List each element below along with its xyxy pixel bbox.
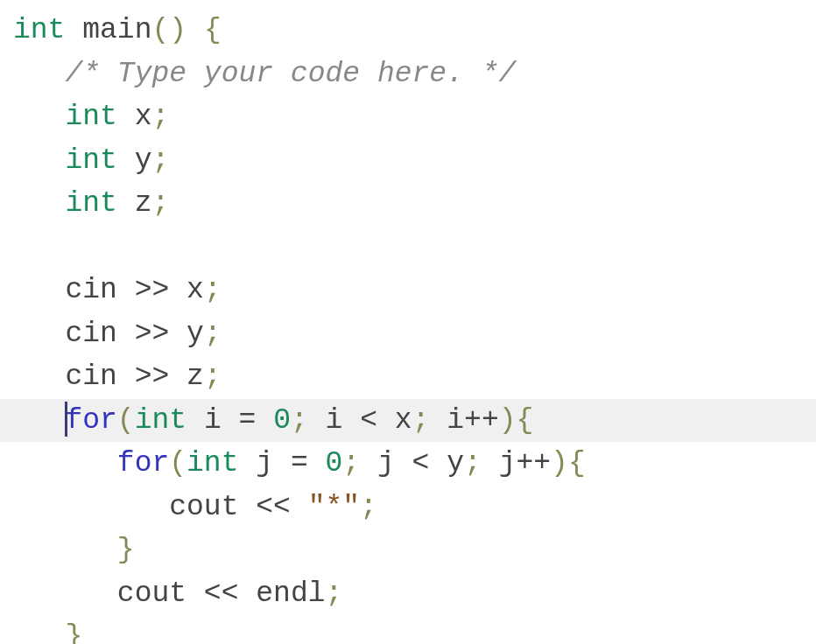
semicolon: ; — [204, 318, 222, 350]
semicolon: ; — [360, 491, 377, 523]
variable-j: j — [256, 447, 273, 480]
space — [429, 447, 447, 480]
equals: = — [239, 404, 257, 437]
keyword-int: int — [135, 404, 186, 437]
less-than: < — [412, 447, 430, 480]
space — [169, 318, 186, 350]
code-line-13[interactable]: } — [13, 528, 803, 572]
code-line-14[interactable]: cout << endl; — [13, 572, 803, 616]
variable-z: z — [135, 187, 152, 220]
variable-i: i — [204, 404, 222, 437]
variable-x: x — [395, 404, 412, 437]
space — [186, 578, 204, 610]
space — [308, 404, 326, 437]
close-brace: } — [117, 534, 135, 566]
space — [377, 404, 395, 437]
space — [308, 447, 326, 480]
code-line-11[interactable]: for(int j = 0; j < y; j++){ — [13, 442, 803, 486]
variable-x: x — [135, 101, 152, 133]
space — [117, 101, 135, 133]
indent — [13, 620, 65, 644]
insertion-operator: << — [204, 578, 239, 610]
variable-y: y — [186, 318, 204, 350]
insertion-operator: << — [256, 491, 291, 523]
open-brace: { — [517, 404, 534, 437]
open-brace: { — [204, 14, 222, 46]
increment: ++ — [516, 447, 551, 480]
space — [291, 491, 308, 523]
less-than: < — [360, 404, 377, 437]
space — [186, 404, 204, 437]
variable-y: y — [135, 144, 152, 177]
close-paren: ) — [551, 447, 568, 480]
keyword-int: int — [65, 101, 116, 133]
semicolon: ; — [151, 101, 169, 133]
endl: endl — [256, 578, 325, 610]
comment: /* Type your code here. */ — [65, 58, 516, 90]
cin: cin — [65, 318, 116, 350]
function-main: main — [82, 14, 151, 46]
space — [117, 274, 135, 306]
indent — [13, 447, 117, 480]
indent — [13, 534, 117, 566]
variable-z: z — [186, 360, 204, 393]
open-paren: ( — [169, 447, 186, 480]
variable-y: y — [447, 447, 464, 480]
cin: cin — [65, 274, 116, 306]
open-paren: ( — [151, 14, 169, 46]
keyword-int: int — [13, 14, 65, 46]
space — [222, 404, 239, 437]
semicolon: ; — [291, 404, 308, 437]
indent — [13, 274, 65, 306]
code-line-8[interactable]: cin >> y; — [13, 312, 803, 356]
extraction-operator: >> — [135, 318, 170, 350]
space — [186, 14, 204, 46]
space — [360, 447, 377, 480]
keyword-int: int — [65, 144, 116, 177]
semicolon: ; — [151, 187, 169, 220]
code-line-7[interactable]: cin >> x; — [13, 269, 803, 312]
code-line-2[interactable]: /* Type your code here. */ — [13, 52, 803, 96]
equals: = — [291, 447, 308, 480]
code-line-10-active[interactable]: for(int i = 0; i < x; i++){ — [0, 399, 816, 443]
semicolon: ; — [342, 447, 360, 480]
close-paren: ) — [169, 14, 186, 46]
indent — [13, 491, 169, 523]
cout: cout — [117, 578, 186, 610]
indent — [13, 144, 65, 177]
code-line-5[interactable]: int z; — [13, 182, 803, 226]
code-line-6-blank[interactable] — [13, 226, 803, 270]
keyword-int: int — [186, 447, 238, 480]
space — [169, 360, 186, 393]
variable-j: j — [377, 447, 395, 480]
space — [342, 404, 360, 437]
close-paren: ) — [499, 404, 517, 437]
code-line-3[interactable]: int x; — [13, 95, 803, 139]
space — [117, 360, 135, 393]
code-line-4[interactable]: int y; — [13, 139, 803, 183]
space — [238, 447, 256, 480]
space — [429, 404, 447, 437]
space — [169, 274, 186, 306]
code-line-1[interactable]: int main() { — [13, 9, 803, 52]
string-literal: "*" — [308, 491, 360, 523]
number-zero: 0 — [273, 404, 291, 437]
space — [238, 578, 256, 610]
space — [273, 447, 291, 480]
variable-i: i — [447, 404, 464, 437]
indent — [13, 58, 65, 90]
indent — [13, 360, 65, 393]
semicolon: ; — [204, 360, 222, 393]
code-line-9[interactable]: cin >> z; — [13, 355, 803, 399]
space — [238, 491, 256, 523]
cout: cout — [169, 491, 238, 523]
extraction-operator: >> — [135, 274, 170, 306]
indent — [13, 578, 117, 610]
code-line-12[interactable]: cout << "*"; — [13, 486, 803, 529]
indent — [13, 404, 65, 437]
code-editor[interactable]: int main() { /* Type your code here. */ … — [13, 9, 803, 644]
code-line-15[interactable]: } — [13, 615, 803, 644]
cin: cin — [65, 360, 116, 393]
space — [395, 447, 412, 480]
extraction-operator: >> — [135, 360, 170, 393]
